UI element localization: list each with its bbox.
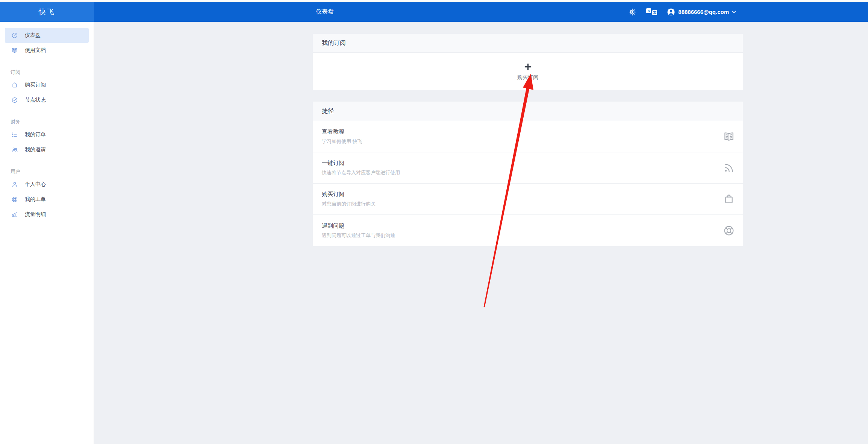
sidebar-group-label-subscription: 订阅: [0, 67, 94, 78]
lifebuoy-icon: [723, 225, 735, 237]
shortcut-view-tutorial[interactable]: 查看教程 学习如何使用 快飞: [313, 121, 743, 152]
shortcut-subtitle: 学习如何使用 快飞: [322, 138, 362, 145]
shopping-bag-icon: [723, 193, 735, 205]
sidebar-item-label: 我的工单: [25, 196, 46, 203]
sidebar-item-my-invites[interactable]: 我的邀请: [0, 142, 94, 157]
shortcut-text: 遇到问题 遇到问题可以通过工单与我们沟通: [322, 222, 395, 239]
shortcut-feedback[interactable]: 遇到问题 遇到问题可以通过工单与我们沟通: [313, 215, 743, 246]
sidebar-item-traffic-details[interactable]: 流量明细: [0, 207, 94, 222]
user-icon: [11, 181, 18, 188]
shortcut-title: 购买订阅: [322, 191, 376, 198]
shortcut-subtitle: 对您当前的订阅进行购买: [322, 201, 376, 207]
invite-users-icon: [11, 146, 18, 153]
card-title: 捷径: [322, 107, 334, 115]
sidebar-item-label: 节点状态: [25, 97, 46, 103]
my-subscription-card-header: 我的订阅: [313, 34, 743, 53]
gauge-icon: [11, 32, 18, 39]
sidebar-item-dashboard[interactable]: 仪表盘: [5, 28, 89, 43]
sidebar-group-label-finance: 财务: [0, 117, 94, 127]
user-avatar-icon: [667, 8, 675, 16]
sidebar-item-label: 我的订单: [25, 131, 46, 138]
shortcut-text: 查看教程 学习如何使用 快飞: [322, 128, 362, 145]
buy-subscription-button[interactable]: 购买订阅: [313, 53, 743, 90]
open-book-icon: [723, 131, 735, 143]
shortcut-buy-subscription[interactable]: 购买订阅 对您当前的订阅进行购买: [313, 184, 743, 215]
language-translate-icon[interactable]: A 文: [646, 8, 658, 15]
plus-icon: [524, 62, 532, 71]
bar-chart-icon: [11, 211, 18, 218]
sidebar-item-label: 购买订阅: [25, 82, 46, 88]
app-logo[interactable]: 快飞: [0, 2, 94, 22]
sidebar-item-my-orders[interactable]: 我的订单: [0, 127, 94, 142]
lifebuoy-icon: [11, 196, 18, 203]
chevron-down-icon: [732, 11, 736, 14]
sidebar-item-docs[interactable]: 使用文档: [0, 43, 94, 58]
sidebar-item-label: 个人中心: [25, 181, 46, 188]
buy-subscription-label: 购买订阅: [517, 74, 538, 81]
shortcut-title: 遇到问题: [322, 222, 395, 230]
shortcut-subtitle: 遇到问题可以通过工单与我们沟通: [322, 232, 395, 239]
shortcut-title: 查看教程: [322, 128, 362, 135]
shortcut-text: 一键订阅 快速将节点导入对应客户端进行使用: [322, 160, 400, 176]
my-subscription-card: 我的订阅 购买订阅: [313, 34, 743, 90]
sidebar: 仪表盘 使用文档 订阅 购买订阅 节点状态 财务 我的订单: [0, 22, 94, 444]
main-content: 我的订阅 购买订阅 捷径 查看教程 学习如何使用 快飞: [313, 22, 743, 246]
language-primary-glyph: A: [646, 8, 651, 13]
sidebar-item-node-status[interactable]: 节点状态: [0, 93, 94, 108]
sidebar-item-label: 使用文档: [25, 47, 46, 54]
dashboard-page: { "app": { "logo": "快飞" }, "header": { "…: [0, 0, 868, 444]
rss-icon: [723, 162, 735, 174]
sidebar-item-label: 仪表盘: [25, 32, 41, 39]
shortcuts-card-header: 捷径: [313, 102, 743, 121]
shortcut-subtitle: 快速将节点导入对应客户端进行使用: [322, 169, 400, 176]
check-circle-icon: [11, 97, 18, 103]
shortcut-title: 一键订阅: [322, 160, 400, 167]
user-email: 88886666@qq.com: [678, 9, 729, 15]
shortcut-text: 购买订阅 对您当前的订阅进行购买: [322, 191, 376, 207]
card-title: 我的订阅: [322, 39, 346, 47]
user-menu[interactable]: 88886666@qq.com: [667, 8, 736, 16]
sidebar-item-profile[interactable]: 个人中心: [0, 177, 94, 192]
open-book-icon: [11, 47, 18, 54]
order-list-icon: [11, 131, 18, 138]
top-header: 快飞 仪表盘 A 文 888866: [0, 2, 868, 22]
sidebar-item-label: 流量明细: [25, 211, 46, 218]
shortcut-one-click-subscribe[interactable]: 一键订阅 快速将节点导入对应客户端进行使用: [313, 152, 743, 184]
sidebar-group-label-user: 用户: [0, 166, 94, 177]
sidebar-item-buy-subscription[interactable]: 购买订阅: [0, 78, 94, 93]
header-actions: A 文 88886666@qq.com: [628, 2, 736, 22]
page-title: 仪表盘: [316, 2, 334, 22]
sidebar-item-my-tickets[interactable]: 我的工单: [0, 192, 94, 207]
shopping-bag-icon: [11, 82, 18, 88]
language-secondary-glyph: 文: [652, 10, 657, 15]
settings-gear-icon[interactable]: [628, 8, 636, 16]
shortcuts-card: 捷径 查看教程 学习如何使用 快飞 一键订阅 快速将节点导入对应客户端进行使用: [313, 102, 743, 246]
sidebar-item-label: 我的邀请: [25, 146, 46, 153]
